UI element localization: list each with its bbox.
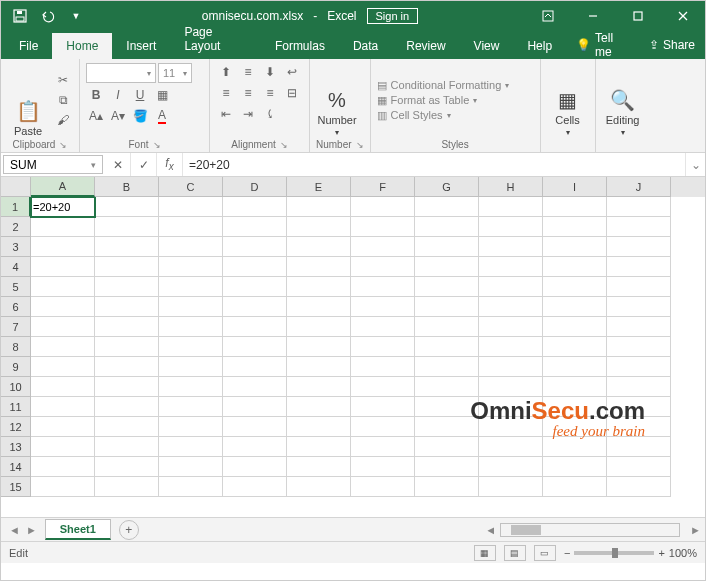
cell[interactable] (607, 257, 671, 277)
maximize-icon[interactable] (615, 1, 660, 31)
copy-icon[interactable]: ⧉ (53, 91, 73, 109)
cell[interactable] (351, 477, 415, 497)
cell[interactable] (31, 457, 95, 477)
cell[interactable] (479, 357, 543, 377)
alignment-launcher-icon[interactable]: ↘ (280, 140, 288, 150)
hscroll-right-icon[interactable]: ► (686, 524, 705, 536)
cell[interactable] (479, 237, 543, 257)
cells-button[interactable]: ▦ Cells ▾ (547, 63, 589, 137)
cell[interactable] (95, 437, 159, 457)
bold-button[interactable]: B (86, 86, 106, 104)
cell[interactable] (95, 217, 159, 237)
italic-button[interactable]: I (108, 86, 128, 104)
select-all-corner[interactable] (1, 177, 31, 197)
cell[interactable] (351, 237, 415, 257)
tab-review[interactable]: Review (392, 33, 459, 59)
cell[interactable] (223, 317, 287, 337)
cell[interactable] (95, 237, 159, 257)
name-box[interactable]: SUM ▾ (3, 155, 103, 174)
cell[interactable] (95, 457, 159, 477)
cell[interactable] (287, 377, 351, 397)
cell[interactable] (31, 217, 95, 237)
cell[interactable] (479, 217, 543, 237)
add-sheet-button[interactable]: + (119, 520, 139, 540)
cell[interactable] (31, 297, 95, 317)
cell[interactable] (351, 217, 415, 237)
row-header[interactable]: 6 (1, 297, 31, 317)
minimize-icon[interactable] (570, 1, 615, 31)
row-header[interactable]: 14 (1, 457, 31, 477)
fill-color-button[interactable]: 🪣 (130, 107, 150, 125)
cell[interactable] (287, 217, 351, 237)
cell[interactable] (415, 357, 479, 377)
zoom-in-icon[interactable]: + (658, 547, 664, 559)
align-center-icon[interactable]: ≡ (238, 84, 258, 102)
save-icon[interactable] (9, 5, 31, 27)
cell[interactable] (223, 237, 287, 257)
align-middle-icon[interactable]: ≡ (238, 63, 258, 81)
cell[interactable] (607, 297, 671, 317)
ribbon-options-icon[interactable] (525, 1, 570, 31)
column-header[interactable]: J (607, 177, 671, 197)
cell[interactable] (415, 417, 479, 437)
cell[interactable] (223, 357, 287, 377)
cell[interactable] (95, 337, 159, 357)
cell[interactable] (479, 377, 543, 397)
cell[interactable] (159, 437, 223, 457)
cell[interactable] (351, 357, 415, 377)
sign-in-button[interactable]: Sign in (367, 8, 419, 24)
cell[interactable] (479, 277, 543, 297)
cell[interactable] (287, 277, 351, 297)
cell[interactable] (223, 437, 287, 457)
orientation-icon[interactable]: ⤹ (260, 105, 280, 123)
cell[interactable] (31, 337, 95, 357)
cell[interactable] (415, 197, 479, 217)
clipboard-launcher-icon[interactable]: ↘ (59, 140, 67, 150)
cell[interactable] (607, 337, 671, 357)
align-bottom-icon[interactable]: ⬇ (260, 63, 280, 81)
cell[interactable] (223, 337, 287, 357)
row-header[interactable]: 9 (1, 357, 31, 377)
cell[interactable] (415, 457, 479, 477)
align-right-icon[interactable]: ≡ (260, 84, 280, 102)
cell[interactable] (287, 297, 351, 317)
cell[interactable] (31, 437, 95, 457)
cell[interactable] (159, 317, 223, 337)
cell[interactable] (607, 237, 671, 257)
column-header[interactable]: H (479, 177, 543, 197)
cell[interactable] (31, 257, 95, 277)
cell[interactable] (543, 397, 607, 417)
cell[interactable] (479, 477, 543, 497)
cell[interactable] (543, 337, 607, 357)
row-header[interactable]: 13 (1, 437, 31, 457)
sheet-nav-prev-icon[interactable]: ◄ (7, 524, 22, 536)
zoom-slider[interactable] (574, 551, 654, 555)
cell[interactable] (351, 297, 415, 317)
cell[interactable] (415, 377, 479, 397)
cell[interactable] (31, 397, 95, 417)
cell[interactable]: =20+20 (31, 197, 95, 217)
cell[interactable] (607, 417, 671, 437)
cell[interactable] (543, 217, 607, 237)
cell[interactable] (415, 437, 479, 457)
tell-me-button[interactable]: 💡 Tell me (566, 31, 639, 59)
cell[interactable] (479, 297, 543, 317)
cell[interactable] (31, 417, 95, 437)
column-header[interactable]: B (95, 177, 159, 197)
row-header[interactable]: 11 (1, 397, 31, 417)
align-top-icon[interactable]: ⬆ (216, 63, 236, 81)
cell[interactable] (607, 217, 671, 237)
cell[interactable] (223, 417, 287, 437)
cell[interactable] (479, 337, 543, 357)
cancel-formula-icon[interactable]: ✕ (105, 153, 131, 176)
qat-dropdown-icon[interactable]: ▼ (65, 5, 87, 27)
cell[interactable] (543, 297, 607, 317)
cell[interactable] (223, 277, 287, 297)
tab-file[interactable]: File (5, 33, 52, 59)
conditional-formatting-button[interactable]: ▤Conditional Formatting▾ (377, 79, 510, 92)
row-header[interactable]: 4 (1, 257, 31, 277)
grow-font-button[interactable]: A▴ (86, 107, 106, 125)
tab-formulas[interactable]: Formulas (261, 33, 339, 59)
cell[interactable] (223, 397, 287, 417)
cell[interactable] (351, 337, 415, 357)
